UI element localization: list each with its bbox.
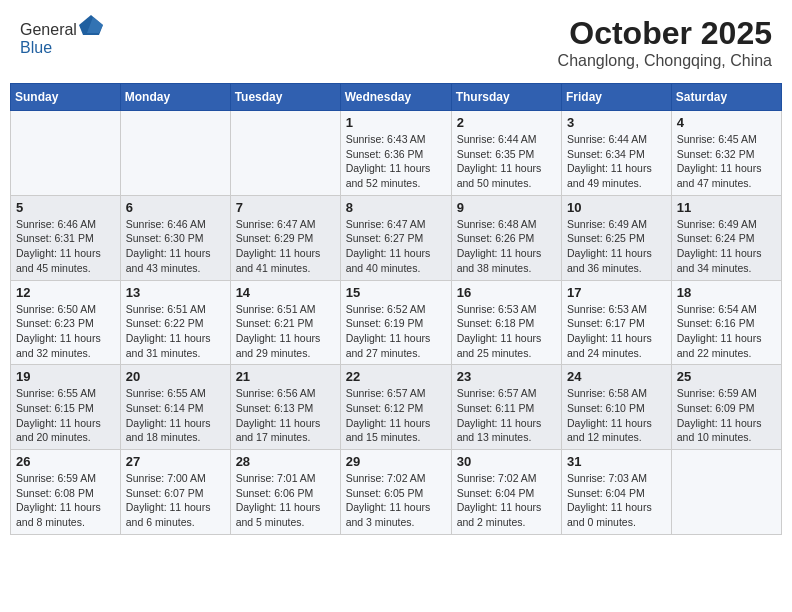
day-info: Sunrise: 6:56 AMSunset: 6:13 PMDaylight:… — [236, 386, 335, 445]
month-title: October 2025 — [558, 15, 772, 52]
day-number: 28 — [236, 454, 335, 469]
day-number: 13 — [126, 285, 225, 300]
calendar-cell: 10Sunrise: 6:49 AMSunset: 6:25 PMDayligh… — [562, 195, 672, 280]
calendar-cell: 12Sunrise: 6:50 AMSunset: 6:23 PMDayligh… — [11, 280, 121, 365]
day-info: Sunrise: 6:58 AMSunset: 6:10 PMDaylight:… — [567, 386, 666, 445]
calendar-table: SundayMondayTuesdayWednesdayThursdayFrid… — [10, 83, 782, 535]
day-number: 29 — [346, 454, 446, 469]
calendar-cell: 27Sunrise: 7:00 AMSunset: 6:07 PMDayligh… — [120, 450, 230, 535]
day-number: 20 — [126, 369, 225, 384]
day-number: 3 — [567, 115, 666, 130]
calendar-cell: 6Sunrise: 6:46 AMSunset: 6:30 PMDaylight… — [120, 195, 230, 280]
calendar-cell: 16Sunrise: 6:53 AMSunset: 6:18 PMDayligh… — [451, 280, 561, 365]
calendar-cell: 13Sunrise: 6:51 AMSunset: 6:22 PMDayligh… — [120, 280, 230, 365]
day-info: Sunrise: 6:59 AMSunset: 6:08 PMDaylight:… — [16, 471, 115, 530]
day-info: Sunrise: 6:45 AMSunset: 6:32 PMDaylight:… — [677, 132, 776, 191]
day-number: 25 — [677, 369, 776, 384]
calendar-cell: 17Sunrise: 6:53 AMSunset: 6:17 PMDayligh… — [562, 280, 672, 365]
day-number: 21 — [236, 369, 335, 384]
day-info: Sunrise: 6:59 AMSunset: 6:09 PMDaylight:… — [677, 386, 776, 445]
day-info: Sunrise: 6:49 AMSunset: 6:24 PMDaylight:… — [677, 217, 776, 276]
page-header: General Blue October 2025 Changlong, Cho… — [10, 10, 782, 75]
weekday-header-saturday: Saturday — [671, 84, 781, 111]
day-info: Sunrise: 7:02 AMSunset: 6:05 PMDaylight:… — [346, 471, 446, 530]
calendar-cell: 11Sunrise: 6:49 AMSunset: 6:24 PMDayligh… — [671, 195, 781, 280]
day-number: 24 — [567, 369, 666, 384]
calendar-cell: 20Sunrise: 6:55 AMSunset: 6:14 PMDayligh… — [120, 365, 230, 450]
calendar-cell: 24Sunrise: 6:58 AMSunset: 6:10 PMDayligh… — [562, 365, 672, 450]
day-info: Sunrise: 6:55 AMSunset: 6:14 PMDaylight:… — [126, 386, 225, 445]
calendar-cell — [671, 450, 781, 535]
day-info: Sunrise: 6:47 AMSunset: 6:29 PMDaylight:… — [236, 217, 335, 276]
day-info: Sunrise: 6:57 AMSunset: 6:11 PMDaylight:… — [457, 386, 556, 445]
day-info: Sunrise: 6:48 AMSunset: 6:26 PMDaylight:… — [457, 217, 556, 276]
day-info: Sunrise: 6:55 AMSunset: 6:15 PMDaylight:… — [16, 386, 115, 445]
day-number: 2 — [457, 115, 556, 130]
day-number: 11 — [677, 200, 776, 215]
day-number: 8 — [346, 200, 446, 215]
calendar-cell: 31Sunrise: 7:03 AMSunset: 6:04 PMDayligh… — [562, 450, 672, 535]
day-number: 5 — [16, 200, 115, 215]
calendar-week-row: 5Sunrise: 6:46 AMSunset: 6:31 PMDaylight… — [11, 195, 782, 280]
weekday-header-sunday: Sunday — [11, 84, 121, 111]
calendar-week-row: 1Sunrise: 6:43 AMSunset: 6:36 PMDaylight… — [11, 111, 782, 196]
logo-general-text: General — [20, 21, 77, 38]
calendar-cell: 4Sunrise: 6:45 AMSunset: 6:32 PMDaylight… — [671, 111, 781, 196]
day-info: Sunrise: 6:53 AMSunset: 6:17 PMDaylight:… — [567, 302, 666, 361]
calendar-cell: 14Sunrise: 6:51 AMSunset: 6:21 PMDayligh… — [230, 280, 340, 365]
day-number: 27 — [126, 454, 225, 469]
logo-blue-text: Blue — [20, 39, 52, 56]
calendar-cell: 2Sunrise: 6:44 AMSunset: 6:35 PMDaylight… — [451, 111, 561, 196]
day-number: 9 — [457, 200, 556, 215]
calendar-cell: 1Sunrise: 6:43 AMSunset: 6:36 PMDaylight… — [340, 111, 451, 196]
day-number: 16 — [457, 285, 556, 300]
calendar-cell: 28Sunrise: 7:01 AMSunset: 6:06 PMDayligh… — [230, 450, 340, 535]
calendar-cell — [120, 111, 230, 196]
day-number: 1 — [346, 115, 446, 130]
day-info: Sunrise: 6:47 AMSunset: 6:27 PMDaylight:… — [346, 217, 446, 276]
calendar-cell: 21Sunrise: 6:56 AMSunset: 6:13 PMDayligh… — [230, 365, 340, 450]
day-number: 17 — [567, 285, 666, 300]
weekday-header-row: SundayMondayTuesdayWednesdayThursdayFrid… — [11, 84, 782, 111]
day-info: Sunrise: 6:54 AMSunset: 6:16 PMDaylight:… — [677, 302, 776, 361]
day-number: 10 — [567, 200, 666, 215]
logo-icon — [79, 15, 103, 35]
day-info: Sunrise: 6:44 AMSunset: 6:35 PMDaylight:… — [457, 132, 556, 191]
calendar-cell: 9Sunrise: 6:48 AMSunset: 6:26 PMDaylight… — [451, 195, 561, 280]
day-info: Sunrise: 6:52 AMSunset: 6:19 PMDaylight:… — [346, 302, 446, 361]
day-info: Sunrise: 6:46 AMSunset: 6:30 PMDaylight:… — [126, 217, 225, 276]
calendar-cell: 30Sunrise: 7:02 AMSunset: 6:04 PMDayligh… — [451, 450, 561, 535]
day-number: 31 — [567, 454, 666, 469]
day-info: Sunrise: 6:51 AMSunset: 6:21 PMDaylight:… — [236, 302, 335, 361]
weekday-header-tuesday: Tuesday — [230, 84, 340, 111]
day-number: 15 — [346, 285, 446, 300]
weekday-header-wednesday: Wednesday — [340, 84, 451, 111]
day-info: Sunrise: 6:43 AMSunset: 6:36 PMDaylight:… — [346, 132, 446, 191]
calendar-cell: 18Sunrise: 6:54 AMSunset: 6:16 PMDayligh… — [671, 280, 781, 365]
weekday-header-thursday: Thursday — [451, 84, 561, 111]
calendar-cell: 8Sunrise: 6:47 AMSunset: 6:27 PMDaylight… — [340, 195, 451, 280]
calendar-cell: 26Sunrise: 6:59 AMSunset: 6:08 PMDayligh… — [11, 450, 121, 535]
calendar-week-row: 26Sunrise: 6:59 AMSunset: 6:08 PMDayligh… — [11, 450, 782, 535]
calendar-cell: 5Sunrise: 6:46 AMSunset: 6:31 PMDaylight… — [11, 195, 121, 280]
calendar-cell: 29Sunrise: 7:02 AMSunset: 6:05 PMDayligh… — [340, 450, 451, 535]
day-info: Sunrise: 7:03 AMSunset: 6:04 PMDaylight:… — [567, 471, 666, 530]
title-block: October 2025 Changlong, Chongqing, China — [558, 15, 772, 70]
day-info: Sunrise: 6:53 AMSunset: 6:18 PMDaylight:… — [457, 302, 556, 361]
day-info: Sunrise: 7:01 AMSunset: 6:06 PMDaylight:… — [236, 471, 335, 530]
day-info: Sunrise: 6:44 AMSunset: 6:34 PMDaylight:… — [567, 132, 666, 191]
calendar-cell: 22Sunrise: 6:57 AMSunset: 6:12 PMDayligh… — [340, 365, 451, 450]
calendar-cell: 7Sunrise: 6:47 AMSunset: 6:29 PMDaylight… — [230, 195, 340, 280]
day-number: 12 — [16, 285, 115, 300]
calendar-cell: 19Sunrise: 6:55 AMSunset: 6:15 PMDayligh… — [11, 365, 121, 450]
day-number: 22 — [346, 369, 446, 384]
calendar-week-row: 12Sunrise: 6:50 AMSunset: 6:23 PMDayligh… — [11, 280, 782, 365]
calendar-cell: 3Sunrise: 6:44 AMSunset: 6:34 PMDaylight… — [562, 111, 672, 196]
day-number: 6 — [126, 200, 225, 215]
calendar-cell — [11, 111, 121, 196]
location: Changlong, Chongqing, China — [558, 52, 772, 70]
day-info: Sunrise: 6:51 AMSunset: 6:22 PMDaylight:… — [126, 302, 225, 361]
weekday-header-friday: Friday — [562, 84, 672, 111]
day-number: 26 — [16, 454, 115, 469]
calendar-cell: 25Sunrise: 6:59 AMSunset: 6:09 PMDayligh… — [671, 365, 781, 450]
